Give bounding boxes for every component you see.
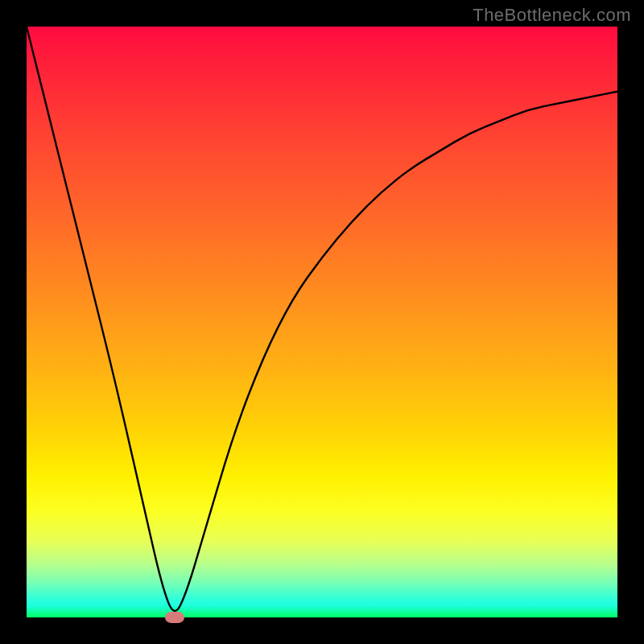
- curve-path: [27, 27, 617, 611]
- plot-area: [27, 27, 617, 617]
- watermark-text: TheBottleneck.com: [473, 5, 631, 26]
- chart-frame: TheBottleneck.com: [0, 0, 644, 644]
- bottleneck-curve: [27, 27, 617, 617]
- minimum-marker: [165, 612, 184, 623]
